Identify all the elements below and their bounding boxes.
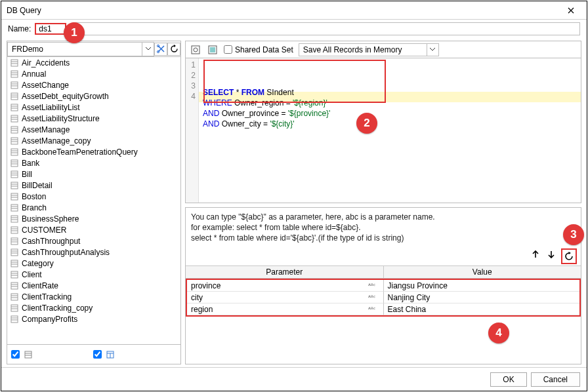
svg-rect-44	[11, 216, 18, 222]
param-name-cell[interactable]: provinceᴬᴮᶜ	[187, 280, 384, 292]
table-item-label: Category	[22, 259, 54, 268]
table-item[interactable]: CashThroughput	[7, 235, 180, 246]
shared-data-set-checkbox[interactable]: Shared Data Set	[224, 45, 293, 54]
table-item-label: BillDetail	[22, 181, 52, 190]
table-item-label: AssetLiabilityStructure	[22, 114, 100, 123]
table-item[interactable]: Boston	[7, 191, 180, 202]
table-item[interactable]: ClientRate	[7, 280, 180, 291]
svg-rect-65	[11, 294, 18, 300]
table-item-label: ClientRate	[22, 281, 58, 290]
table-item-label: ClientTracking	[22, 292, 72, 302]
param-panel: You can type "${abc}" as a parameter, he…	[185, 207, 581, 364]
table-item[interactable]: BackboneTeamPenetrationQuery	[7, 146, 180, 157]
move-down-button[interactable]	[545, 248, 557, 260]
svg-rect-29	[11, 160, 18, 167]
move-up-button[interactable]	[530, 248, 541, 260]
table-item[interactable]: Bill	[7, 168, 180, 180]
table-icon	[10, 136, 19, 146]
abc-icon: ᴬᴮᶜ	[365, 306, 379, 313]
table-item[interactable]: Annual	[7, 68, 180, 79]
svg-rect-14	[11, 104, 18, 111]
abc-icon: ᴬᴮᶜ	[365, 283, 379, 289]
table-list[interactable]: Air_AccidentsAnnualAssetChangeAssetDebt_…	[7, 57, 180, 344]
table-icon	[10, 147, 19, 157]
preview-icon	[191, 45, 200, 54]
svg-rect-8	[11, 82, 18, 88]
svg-rect-83	[210, 47, 215, 52]
param-row[interactable]: cityᴬᴮᶜNanjing City	[187, 292, 579, 304]
table-item-label: AssetManage_copy	[22, 136, 91, 146]
param-value-cell[interactable]: Jiangsu Province	[384, 280, 580, 292]
arrow-down-icon	[547, 250, 555, 259]
cancel-button[interactable]: Cancel	[531, 372, 580, 387]
param-name-cell[interactable]: regionᴬᴮᶜ	[187, 304, 384, 315]
table-item[interactable]: AssetLiabilityList	[7, 102, 180, 113]
table-icon	[10, 203, 19, 212]
table-item[interactable]: ClientTracking	[7, 291, 180, 302]
close-button[interactable]	[559, 3, 583, 18]
table-item[interactable]: Branch	[7, 202, 180, 213]
svg-rect-80	[192, 46, 200, 54]
filter-check-2[interactable]	[93, 350, 102, 359]
param-header-value: Value	[384, 266, 581, 278]
param-name-cell[interactable]: cityᴬᴮᶜ	[187, 292, 384, 304]
db-query-window: DB Query Name: FRDemo	[1, 1, 587, 391]
name-input[interactable]	[39, 24, 62, 33]
table-icon	[10, 292, 19, 302]
save-mode-dropdown[interactable]: Save All Records in Memory	[299, 43, 439, 56]
sql-toolbar: Shared Data Set Save All Records in Memo…	[186, 41, 581, 58]
sql-panel: Shared Data Set Save All Records in Memo…	[185, 41, 581, 203]
table-item-label: Client	[22, 270, 42, 279]
ok-button[interactable]: OK	[490, 372, 526, 387]
table-item[interactable]: AssetManage	[7, 124, 180, 135]
line-gutter: 1234	[186, 58, 199, 203]
db-dropdown[interactable]: FRDemo	[7, 42, 154, 56]
svg-rect-5	[11, 71, 18, 77]
table-item-label: Air_Accidents	[22, 58, 70, 68]
table-icon	[10, 181, 19, 190]
table-item-label: Branch	[22, 203, 47, 212]
table-icon	[10, 159, 19, 168]
param-row[interactable]: regionᴬᴮᶜEast China	[187, 304, 579, 315]
table-item[interactable]: ClientTracking_copy	[7, 302, 180, 313]
filter-check-1[interactable]	[11, 350, 20, 359]
expand-button[interactable]	[207, 44, 219, 56]
table-item[interactable]: AssetManage_copy	[7, 135, 180, 146]
table-item[interactable]: Client	[7, 269, 180, 280]
param-header-name: Parameter	[186, 266, 384, 278]
reload-button[interactable]	[167, 43, 180, 56]
table-item-label: BusinessSphere	[22, 214, 79, 224]
svg-rect-32	[11, 171, 18, 178]
reload-icon	[564, 252, 574, 261]
table-item[interactable]: Category	[7, 258, 180, 269]
svg-point-81	[194, 48, 198, 52]
refresh-params-button[interactable]	[563, 250, 575, 262]
preview-button[interactable]	[190, 44, 201, 56]
param-row[interactable]: provinceᴬᴮᶜJiangsu Province	[187, 280, 579, 292]
svg-rect-47	[11, 227, 18, 233]
table-item[interactable]: CompanyProfits	[7, 313, 180, 324]
table-item-label: AssetManage	[22, 125, 70, 134]
param-value-cell[interactable]: Nanjing City	[384, 292, 580, 304]
table-item-label: CashThroughputAnalysis	[22, 248, 110, 257]
name-filler[interactable]	[73, 22, 580, 35]
table-item[interactable]: AssetDebt_equityGrowth	[7, 90, 180, 102]
table-item[interactable]: CUSTOMER	[7, 224, 180, 235]
svg-rect-17	[11, 115, 18, 122]
table-item[interactable]: Air_Accidents	[7, 57, 180, 68]
table-icon	[10, 225, 19, 235]
table-item[interactable]: CashThroughputAnalysis	[7, 246, 180, 258]
svg-rect-50	[11, 238, 18, 245]
table-item[interactable]: BillDetail	[7, 180, 180, 191]
table-item[interactable]: Bank	[7, 157, 180, 168]
close-icon	[568, 7, 574, 14]
svg-rect-26	[11, 149, 18, 155]
table-item[interactable]: BusinessSphere	[7, 213, 180, 224]
table-item[interactable]: AssetChange	[7, 79, 180, 90]
sql-editor[interactable]: 1234 SELECT * FROM SIndentWHERE Owner_re…	[186, 58, 581, 203]
param-value-cell[interactable]: East China	[384, 304, 580, 315]
refresh-db-button[interactable]	[154, 43, 167, 56]
table-item-label: Boston	[22, 192, 46, 201]
table-icon	[10, 81, 19, 90]
table-item[interactable]: AssetLiabilityStructure	[7, 113, 180, 124]
